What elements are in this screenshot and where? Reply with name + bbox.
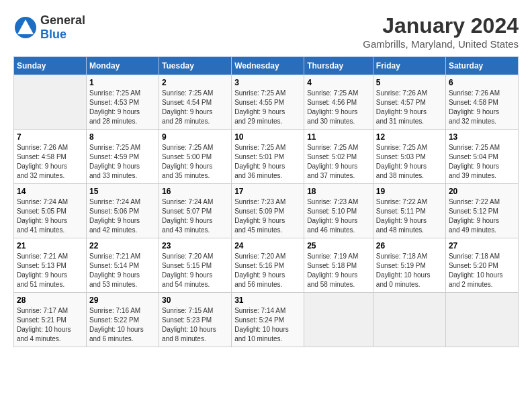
day-number: 17 bbox=[234, 187, 301, 196]
calendar-cell: 8Sunrise: 7:25 AM Sunset: 4:59 PM Daylig… bbox=[87, 130, 159, 184]
day-number: 5 bbox=[376, 78, 443, 87]
calendar-week-4: 21Sunrise: 7:21 AM Sunset: 5:13 PM Dayli… bbox=[14, 238, 519, 293]
day-number: 10 bbox=[234, 132, 301, 142]
calendar-cell bbox=[14, 75, 87, 130]
calendar-week-1: 1Sunrise: 7:25 AM Sunset: 4:53 PM Daylig… bbox=[14, 75, 519, 130]
day-info: Sunrise: 7:16 AM Sunset: 5:22 PM Dayligh… bbox=[89, 306, 156, 344]
calendar-cell: 12Sunrise: 7:25 AM Sunset: 5:03 PM Dayli… bbox=[373, 130, 445, 184]
day-number: 31 bbox=[234, 295, 301, 305]
day-number: 24 bbox=[234, 241, 301, 250]
calendar-cell: 20Sunrise: 7:22 AM Sunset: 5:12 PM Dayli… bbox=[445, 184, 518, 238]
day-info: Sunrise: 7:25 AM Sunset: 5:03 PM Dayligh… bbox=[376, 143, 443, 181]
header-day-monday: Monday bbox=[87, 57, 159, 75]
calendar-cell: 31Sunrise: 7:14 AM Sunset: 5:24 PM Dayli… bbox=[232, 293, 304, 347]
calendar-cell: 28Sunrise: 7:17 AM Sunset: 5:21 PM Dayli… bbox=[14, 293, 87, 347]
day-number: 8 bbox=[89, 132, 156, 142]
calendar-cell: 4Sunrise: 7:25 AM Sunset: 4:56 PM Daylig… bbox=[304, 75, 373, 130]
title-block: January 2024 Gambrills, Maryland, United… bbox=[363, 13, 519, 50]
day-number: 27 bbox=[449, 241, 515, 250]
day-number: 18 bbox=[307, 187, 370, 196]
day-number: 22 bbox=[89, 241, 156, 250]
calendar-cell: 13Sunrise: 7:25 AM Sunset: 5:04 PM Dayli… bbox=[445, 130, 518, 184]
logo-general-text: General bbox=[40, 13, 85, 27]
day-info: Sunrise: 7:26 AM Sunset: 4:58 PM Dayligh… bbox=[17, 143, 83, 181]
day-info: Sunrise: 7:14 AM Sunset: 5:24 PM Dayligh… bbox=[234, 306, 301, 344]
day-number: 12 bbox=[376, 132, 443, 142]
day-number: 23 bbox=[162, 241, 228, 250]
day-number: 19 bbox=[376, 187, 443, 196]
day-number: 30 bbox=[162, 295, 228, 305]
header-row: SundayMondayTuesdayWednesdayThursdayFrid… bbox=[14, 57, 519, 75]
day-number: 11 bbox=[307, 132, 370, 142]
calendar-cell: 17Sunrise: 7:23 AM Sunset: 5:09 PM Dayli… bbox=[232, 184, 304, 238]
day-info: Sunrise: 7:25 AM Sunset: 5:02 PM Dayligh… bbox=[307, 143, 370, 181]
calendar-week-5: 28Sunrise: 7:17 AM Sunset: 5:21 PM Dayli… bbox=[14, 293, 519, 347]
calendar-cell: 6Sunrise: 7:26 AM Sunset: 4:58 PM Daylig… bbox=[445, 75, 518, 130]
day-number: 29 bbox=[89, 295, 156, 305]
calendar-cell: 16Sunrise: 7:24 AM Sunset: 5:07 PM Dayli… bbox=[159, 184, 232, 238]
day-info: Sunrise: 7:18 AM Sunset: 5:19 PM Dayligh… bbox=[376, 252, 443, 289]
calendar-week-3: 14Sunrise: 7:24 AM Sunset: 5:05 PM Dayli… bbox=[14, 184, 519, 238]
day-info: Sunrise: 7:21 AM Sunset: 5:13 PM Dayligh… bbox=[17, 252, 83, 289]
page-title: January 2024 bbox=[363, 13, 519, 38]
day-info: Sunrise: 7:20 AM Sunset: 5:16 PM Dayligh… bbox=[234, 252, 301, 289]
calendar-cell: 11Sunrise: 7:25 AM Sunset: 5:02 PM Dayli… bbox=[304, 130, 373, 184]
day-info: Sunrise: 7:25 AM Sunset: 5:04 PM Dayligh… bbox=[449, 143, 515, 181]
calendar-cell: 5Sunrise: 7:26 AM Sunset: 4:57 PM Daylig… bbox=[373, 75, 445, 130]
day-number: 25 bbox=[307, 241, 370, 250]
calendar-cell: 2Sunrise: 7:25 AM Sunset: 4:54 PM Daylig… bbox=[159, 75, 232, 130]
day-number: 6 bbox=[449, 78, 515, 87]
day-number: 4 bbox=[307, 78, 370, 87]
calendar-cell: 1Sunrise: 7:25 AM Sunset: 4:53 PM Daylig… bbox=[87, 75, 159, 130]
day-info: Sunrise: 7:24 AM Sunset: 5:05 PM Dayligh… bbox=[17, 197, 83, 235]
calendar-body: 1Sunrise: 7:25 AM Sunset: 4:53 PM Daylig… bbox=[14, 75, 519, 347]
page-subtitle: Gambrills, Maryland, United States bbox=[363, 38, 519, 50]
calendar-cell: 7Sunrise: 7:26 AM Sunset: 4:58 PM Daylig… bbox=[14, 130, 87, 184]
day-info: Sunrise: 7:24 AM Sunset: 5:07 PM Dayligh… bbox=[162, 197, 228, 235]
day-number: 26 bbox=[376, 241, 443, 250]
day-info: Sunrise: 7:22 AM Sunset: 5:12 PM Dayligh… bbox=[449, 197, 515, 235]
calendar-cell bbox=[304, 293, 373, 347]
page-header: General Blue January 2024 Gambrills, Mar… bbox=[13, 13, 519, 50]
calendar-cell: 3Sunrise: 7:25 AM Sunset: 4:55 PM Daylig… bbox=[232, 75, 304, 130]
calendar-week-2: 7Sunrise: 7:26 AM Sunset: 4:58 PM Daylig… bbox=[14, 130, 519, 184]
calendar-cell bbox=[445, 293, 518, 347]
calendar-cell: 23Sunrise: 7:20 AM Sunset: 5:15 PM Dayli… bbox=[159, 238, 232, 293]
day-info: Sunrise: 7:18 AM Sunset: 5:20 PM Dayligh… bbox=[449, 252, 515, 289]
calendar-cell: 22Sunrise: 7:21 AM Sunset: 5:14 PM Dayli… bbox=[87, 238, 159, 293]
calendar-cell: 21Sunrise: 7:21 AM Sunset: 5:13 PM Dayli… bbox=[14, 238, 87, 293]
day-info: Sunrise: 7:20 AM Sunset: 5:15 PM Dayligh… bbox=[162, 252, 228, 289]
calendar-cell: 27Sunrise: 7:18 AM Sunset: 5:20 PM Dayli… bbox=[445, 238, 518, 293]
calendar-header: SundayMondayTuesdayWednesdayThursdayFrid… bbox=[14, 57, 519, 75]
header-day-friday: Friday bbox=[373, 57, 445, 75]
day-info: Sunrise: 7:15 AM Sunset: 5:23 PM Dayligh… bbox=[162, 306, 228, 344]
logo-blue-text: Blue bbox=[40, 28, 66, 41]
day-info: Sunrise: 7:19 AM Sunset: 5:18 PM Dayligh… bbox=[307, 252, 370, 289]
day-info: Sunrise: 7:25 AM Sunset: 4:54 PM Dayligh… bbox=[162, 89, 228, 126]
day-info: Sunrise: 7:24 AM Sunset: 5:06 PM Dayligh… bbox=[89, 197, 156, 235]
calendar-cell: 29Sunrise: 7:16 AM Sunset: 5:22 PM Dayli… bbox=[87, 293, 159, 347]
header-day-wednesday: Wednesday bbox=[232, 57, 304, 75]
day-number: 1 bbox=[89, 78, 156, 87]
calendar-cell: 24Sunrise: 7:20 AM Sunset: 5:16 PM Dayli… bbox=[232, 238, 304, 293]
calendar-cell: 15Sunrise: 7:24 AM Sunset: 5:06 PM Dayli… bbox=[87, 184, 159, 238]
day-info: Sunrise: 7:25 AM Sunset: 4:56 PM Dayligh… bbox=[307, 89, 370, 126]
day-number: 16 bbox=[162, 187, 228, 196]
day-info: Sunrise: 7:23 AM Sunset: 5:09 PM Dayligh… bbox=[234, 197, 301, 235]
logo: General Blue bbox=[13, 13, 85, 42]
day-number: 14 bbox=[17, 187, 83, 196]
day-number: 3 bbox=[234, 78, 301, 87]
day-info: Sunrise: 7:23 AM Sunset: 5:10 PM Dayligh… bbox=[307, 197, 370, 235]
day-info: Sunrise: 7:25 AM Sunset: 4:59 PM Dayligh… bbox=[89, 143, 156, 181]
calendar-cell: 26Sunrise: 7:18 AM Sunset: 5:19 PM Dayli… bbox=[373, 238, 445, 293]
calendar-cell: 10Sunrise: 7:25 AM Sunset: 5:01 PM Dayli… bbox=[232, 130, 304, 184]
calendar-cell bbox=[373, 293, 445, 347]
calendar-cell: 18Sunrise: 7:23 AM Sunset: 5:10 PM Dayli… bbox=[304, 184, 373, 238]
calendar-table: SundayMondayTuesdayWednesdayThursdayFrid… bbox=[13, 56, 519, 347]
calendar-cell: 9Sunrise: 7:25 AM Sunset: 5:00 PM Daylig… bbox=[159, 130, 232, 184]
calendar-cell: 19Sunrise: 7:22 AM Sunset: 5:11 PM Dayli… bbox=[373, 184, 445, 238]
day-info: Sunrise: 7:25 AM Sunset: 4:53 PM Dayligh… bbox=[89, 89, 156, 126]
day-info: Sunrise: 7:25 AM Sunset: 4:55 PM Dayligh… bbox=[234, 89, 301, 126]
day-number: 9 bbox=[162, 132, 228, 142]
day-info: Sunrise: 7:26 AM Sunset: 4:58 PM Dayligh… bbox=[449, 89, 515, 126]
